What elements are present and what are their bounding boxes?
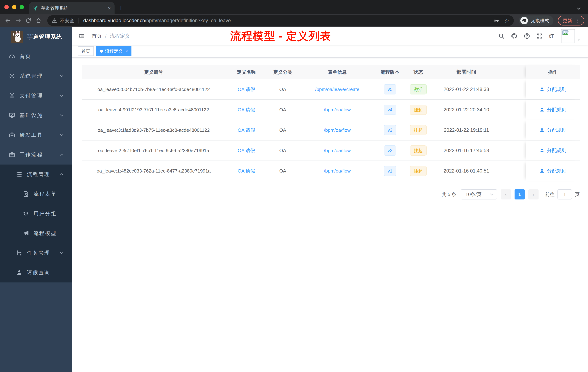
fullscreen-icon[interactable] — [536, 33, 543, 39]
column-header-category: 定义分类 — [267, 65, 298, 79]
definition-table: 定义编号 定义名称 定义分类 表单信息 流程版本 状态 部署时间 操作 oa_l… — [82, 65, 580, 181]
reload-button[interactable] — [24, 16, 33, 25]
form-link[interactable]: /bpm/oa/flow — [324, 127, 351, 133]
sidebar-item-home[interactable]: 首页 — [0, 47, 72, 66]
sidebar-collapse-icon[interactable] — [78, 33, 85, 40]
browser-update-button[interactable]: 更新 ⋮ — [558, 16, 584, 25]
password-key-icon[interactable] — [493, 18, 499, 23]
sidebar-item-user-group[interactable]: 用户分组 — [0, 204, 72, 223]
question-icon[interactable] — [524, 33, 530, 39]
sidebar-item-process-model[interactable]: 流程模型 — [0, 223, 72, 243]
table-body: oa_leave:5:004b710b-7b8a-11ec-8ef0-acde4… — [82, 79, 580, 181]
tag-label: 流程定义 — [105, 48, 123, 54]
sidebar-logo[interactable]: 芋道管理系统 — [0, 27, 72, 47]
page-size-select[interactable]: 10条/页 — [461, 189, 497, 199]
back-button[interactable] — [4, 16, 12, 25]
form-link[interactable]: /bpm/oa/flow — [324, 107, 351, 113]
current-page-button[interactable]: 1 — [514, 189, 525, 199]
users-icon — [22, 210, 29, 217]
sidebar: 芋道管理系统 首页 系统管理 支付管理 基础设施 研发工具 工作流程 流程管理 … — [0, 27, 72, 372]
maximize-window-button[interactable] — [20, 5, 24, 9]
sidebar-item-process-mgmt[interactable]: 流程管理 — [0, 164, 72, 184]
assign-rule-link[interactable]: 分配规则 — [539, 107, 567, 113]
github-icon[interactable] — [511, 33, 517, 39]
browser-menu-dots-icon[interactable]: ⋮ — [576, 18, 580, 23]
tags-view-bar: 首页 流程定义 × — [72, 45, 588, 57]
tag-process-definition[interactable]: 流程定义 × — [96, 46, 131, 56]
form-link[interactable]: /bpm/oa/flow — [324, 168, 351, 174]
table-header-row: 定义编号 定义名称 定义分类 表单信息 流程版本 状态 部署时间 操作 — [82, 65, 580, 79]
prev-page-button[interactable]: ‹ — [501, 189, 511, 199]
deploy-time: 2022-01-22 21:48:38 — [444, 87, 489, 92]
pagination: 共 5 条 10条/页 ‹ 1 › 前往 1 页 — [82, 189, 580, 199]
assign-rule-link[interactable]: 分配规则 — [539, 147, 567, 154]
form-link[interactable]: /bpm/oa/flow — [324, 148, 351, 153]
tab-search-caret-icon[interactable] — [576, 6, 581, 11]
column-header-name: 定义名称 — [225, 65, 267, 79]
user-icon — [16, 269, 22, 276]
browser-tab[interactable]: 芋道管理系统 × — [29, 2, 115, 14]
definition-name-link[interactable]: OA 请假 — [238, 107, 255, 113]
sidebar-item-system[interactable]: 系统管理 — [0, 66, 72, 86]
definition-id: oa_leave:2:3c1f0ef1-76b1-11ec-9c66-a2380… — [98, 148, 209, 153]
url-bar[interactable]: 不安全 dashboard.yudao.iocoder.cn/bpm/manag… — [47, 15, 514, 26]
sidebar-item-dev-tools[interactable]: 研发工具 — [0, 125, 72, 145]
sidebar-item-leave-query[interactable]: 请假查询 — [0, 263, 72, 283]
goto-page-input[interactable]: 1 — [557, 189, 572, 199]
version-badge: v4 — [384, 105, 396, 115]
tag-close-icon[interactable]: × — [126, 49, 128, 54]
definition-name-link[interactable]: OA 请假 — [238, 127, 255, 133]
definition-category: OA — [279, 107, 286, 113]
assign-rule-link[interactable]: 分配规则 — [539, 168, 567, 174]
sidebar-item-workflow[interactable]: 工作流程 — [0, 145, 72, 164]
omnibox-actions: ☆ — [493, 18, 509, 23]
close-window-button[interactable] — [4, 5, 9, 9]
next-page-button[interactable]: › — [528, 189, 538, 199]
status-badge: 激活 — [410, 84, 427, 94]
monitor-icon — [9, 112, 15, 119]
forward-button[interactable] — [14, 16, 22, 25]
tag-active-dot — [100, 50, 103, 53]
user-avatar-menu[interactable] — [561, 29, 581, 43]
toolbox-icon — [9, 132, 15, 138]
sidebar-item-task-mgmt[interactable]: 任务管理 — [0, 243, 72, 263]
definition-name-link[interactable]: OA 请假 — [238, 86, 255, 93]
form-link[interactable]: /bpm/oa/leave/create — [315, 87, 359, 92]
user-icon — [539, 127, 545, 133]
column-header-actions: 操作 — [526, 65, 580, 79]
sidebar-item-process-form[interactable]: 流程表单 — [0, 184, 72, 204]
version-badge: v2 — [384, 145, 396, 156]
send-icon — [22, 230, 29, 237]
version-badge: v5 — [384, 84, 396, 94]
chevron-icon — [59, 113, 64, 118]
version-badge: v1 — [384, 166, 396, 176]
tab-close-icon[interactable]: × — [108, 5, 111, 11]
new-tab-button[interactable]: + — [119, 4, 123, 12]
tag-home[interactable]: 首页 — [78, 46, 94, 56]
logo-rabbit-image — [11, 31, 23, 43]
bookmark-star-icon[interactable]: ☆ — [504, 18, 509, 23]
column-header-spacer — [500, 65, 526, 79]
font-size-icon[interactable]: tT — [549, 33, 554, 39]
table-row: oa_leave:5:004b710b-7b8a-11ec-8ef0-acde4… — [82, 79, 580, 100]
main-area: 首页 / 流程定义 流程模型 - 定义列表 — [72, 27, 588, 372]
breadcrumb-home[interactable]: 首页 — [92, 33, 102, 40]
column-header-version: 流程版本 — [376, 65, 404, 79]
user-icon — [539, 87, 545, 92]
dashboard-icon — [9, 53, 15, 60]
home-button[interactable] — [34, 16, 43, 25]
sidebar-item-payment[interactable]: 支付管理 — [0, 86, 72, 106]
assign-rule-link[interactable]: 分配规则 — [539, 86, 567, 93]
search-icon[interactable] — [498, 33, 505, 39]
breadcrumb-current: 流程定义 — [110, 33, 130, 40]
assign-rule-label: 分配规则 — [547, 168, 567, 174]
definition-name-link[interactable]: OA 请假 — [238, 168, 255, 174]
tag-label: 首页 — [82, 48, 90, 54]
definition-name-link[interactable]: OA 请假 — [238, 147, 255, 154]
gear-icon — [9, 73, 15, 79]
assign-rule-link[interactable]: 分配规则 — [539, 127, 567, 133]
sidebar-item-infrastructure[interactable]: 基础设施 — [0, 106, 72, 125]
minimize-window-button[interactable] — [12, 5, 16, 9]
column-header-form: 表单信息 — [298, 65, 376, 79]
definition-category: OA — [279, 148, 286, 153]
